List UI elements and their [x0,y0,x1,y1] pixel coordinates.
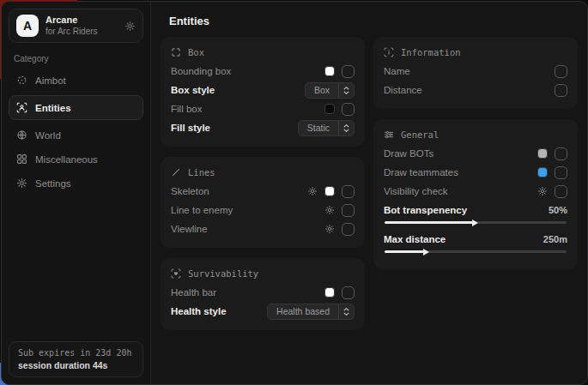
sidebar-item-label: World [35,130,61,141]
arcane-menu-window: A Arcane for Arc Riders Category Aimbot [1,1,588,385]
color-swatch[interactable] [324,186,335,196]
left-column: Box Bounding box Box style Box [161,37,365,330]
main-content: Entities Box Bounding box [151,2,588,384]
panel-lines: Lines Skeleton Line to enem [161,157,365,248]
health-style-dropdown[interactable]: Health based [267,304,355,320]
checkbox[interactable] [342,286,355,299]
row-settings-gear-icon[interactable] [324,224,335,234]
panel-general: General Draw BOTs Draw teammates [373,119,578,269]
setting-row-health-bar: Health bar [171,283,355,302]
color-swatch[interactable] [324,104,335,114]
setting-row-name: Name [384,62,567,81]
max-distance-slider[interactable] [385,250,567,253]
setting-row-draw-bots: Draw BOTs [384,144,567,163]
setting-label: Draw BOTs [384,148,433,159]
sidebar-item-aimbot[interactable]: Aimbot [9,69,143,91]
panel-box-header: Box [171,47,355,57]
logo-card: A Arcane for Arc Riders [9,9,143,43]
setting-row-viewline: Viewline [171,220,355,238]
logo-text: Arcane for Arc Riders [45,15,118,36]
subscription-card: Sub expires in 23d 20h session duration … [9,341,143,377]
logo-settings-icon[interactable] [124,21,136,32]
checkbox[interactable] [555,147,567,160]
slider-fill [385,250,427,253]
setting-label: Bot transpenency [384,205,467,215]
panel-lines-header: Lines [171,167,355,177]
brackets-icon [171,47,181,57]
panel-information-header: Information [384,47,567,57]
sidebar-item-world[interactable]: World [9,124,143,146]
sidebar-item-label: Aimbot [35,75,66,86]
right-column: Information Name Distance [373,37,578,330]
globe-icon [16,129,27,141]
checkbox[interactable] [555,185,567,198]
fill-style-dropdown[interactable]: Static [298,120,355,136]
setting-label: Visibility check [384,186,448,196]
sidebar-item-label: Miscellaneous [35,154,98,165]
sidebar-item-miscellaneous[interactable]: Miscellaneous [9,148,143,170]
checkbox[interactable] [342,204,355,217]
chevron-up-down-icon [338,304,354,319]
info-scan-icon [384,47,394,57]
crosshair-icon [16,75,27,86]
setting-row-fill-style: Fill style Static [171,118,355,137]
checkbox[interactable] [555,84,567,97]
setting-label: Skeleton [171,186,209,196]
color-swatch[interactable] [537,167,548,177]
panel-box: Box Bounding box Box style Box [161,37,365,147]
session-duration: session duration 44s [18,360,134,370]
setting-row-skeleton: Skeleton [171,182,355,201]
grid-icon [16,153,27,165]
setting-row-distance: Distance [384,81,567,99]
box-style-dropdown[interactable]: Box [305,82,355,99]
setting-label: Distance [384,85,422,95]
setting-row-visibility-check: Visibility check [384,182,567,201]
slider-value: 50% [549,205,567,215]
color-swatch[interactable] [537,148,548,159]
panel-title: Lines [188,167,215,177]
setting-row-health-style: Health style Health based [171,302,355,321]
chevron-up-down-icon [338,83,354,98]
setting-label: Health bar [171,287,216,298]
gear-icon [16,177,27,189]
setting-label: Fill style [171,123,210,133]
sidebar-item-entities[interactable]: Entities [9,95,143,120]
checkbox[interactable] [342,185,355,198]
panel-title: General [401,129,439,140]
checkbox[interactable] [555,65,567,78]
sidebar-item-settings[interactable]: Settings [9,172,143,194]
row-settings-gear-icon[interactable] [537,186,548,196]
setting-label: Health style [171,306,227,316]
checkbox[interactable] [342,223,355,236]
logo-avatar: A [16,15,39,37]
bot-transparency-slider[interactable] [385,221,567,224]
sidebar-item-label: Settings [35,178,71,189]
page-title: Entities [169,15,578,27]
setting-label: Line to enemy [171,205,233,215]
setting-label: Max distance [384,234,446,244]
checkbox[interactable] [342,65,355,78]
setting-row-bounding-box: Bounding box [171,62,355,81]
subscription-expiry: Sub expires in 23d 20h [18,348,134,358]
panel-survivability: Survivability Health bar Health style He… [161,258,365,330]
slider-value: 250m [543,234,567,244]
setting-label: Draw teammates [384,167,458,177]
setting-row-line-to-enemy: Line to enemy [171,201,355,220]
color-swatch[interactable] [324,287,335,298]
sliders-icon [384,129,394,140]
setting-row-draw-teammates: Draw teammates [384,163,567,182]
setting-label: Name [384,66,410,76]
color-swatch[interactable] [324,66,335,76]
checkbox[interactable] [555,166,567,179]
row-settings-gear-icon[interactable] [307,186,318,196]
row-settings-gear-icon[interactable] [324,205,335,215]
checkbox[interactable] [342,103,355,116]
diagonal-line-icon [171,167,181,177]
setting-label: Fill box [171,104,202,114]
panel-title: Information [401,47,461,57]
setting-label: Viewline [171,224,208,234]
setting-label: Bounding box [171,66,231,76]
entity-scan-icon [16,102,27,113]
setting-row-max-distance: Max distance 250m [384,231,567,253]
panel-general-header: General [384,129,567,140]
